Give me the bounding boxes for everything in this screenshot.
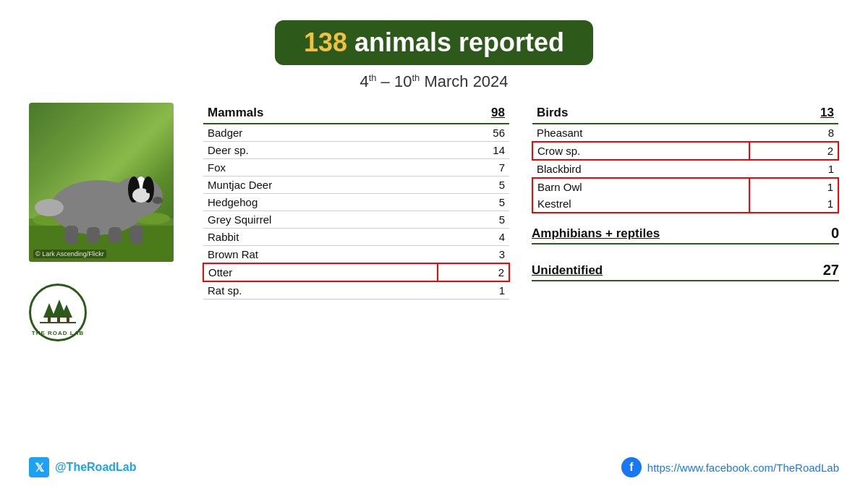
photo-credit: © Lark Ascending/Flickr [33, 250, 106, 258]
svg-rect-21 [48, 317, 51, 323]
mammal-name: Deer sp. [203, 142, 438, 159]
mammal-count: 14 [438, 142, 509, 159]
twitter-icon: 𝕏 [29, 457, 49, 477]
bird-name: Barn Owl [532, 178, 749, 195]
bird-count: 1 [749, 178, 838, 195]
mammal-name: Brown Rat [203, 246, 438, 264]
list-item: Grey Squirrel 5 [203, 211, 509, 229]
left-section: © Lark Ascending/Flickr [29, 103, 188, 341]
svg-point-17 [35, 199, 64, 216]
svg-rect-13 [65, 226, 78, 244]
list-item: Pheasant 8 [532, 124, 838, 142]
svg-point-11 [153, 197, 163, 204]
list-item: Brown Rat 3 [203, 246, 509, 264]
mammal-name: Otter [203, 263, 438, 281]
highlighted-mammal-row: Otter 2 [203, 263, 509, 281]
list-item: Muntjac Deer 5 [203, 177, 509, 194]
date-range: 4th – 10th March 2024 [359, 72, 508, 91]
mammal-count: 4 [438, 229, 509, 246]
mammal-count: 5 [438, 177, 509, 194]
unidentified-label: Unidentified [532, 263, 603, 278]
list-item: Badger 56 [203, 124, 509, 142]
svg-point-12 [146, 189, 150, 193]
animal-count: 138 [304, 27, 347, 57]
svg-rect-14 [87, 227, 100, 243]
bird-name: Blackbird [532, 160, 749, 178]
tables-section: Mammals 98 Badger 56 Deer sp. 14 [188, 103, 839, 341]
list-item: Hedgehog 5 [203, 194, 509, 211]
birds-label: Birds [532, 103, 749, 124]
mammal-name: Muntjac Deer [203, 177, 438, 194]
amphibians-section: Amphibians + reptiles 0 [532, 225, 839, 244]
bird-name: Pheasant [532, 124, 749, 142]
header-banner: 138 animals reported [275, 20, 593, 65]
list-item: Deer sp. 14 [203, 142, 509, 159]
svg-rect-16 [130, 226, 143, 244]
mammal-name: Rabbit [203, 229, 438, 246]
facebook-url: https://www.facebook.com/TheRoadLab [647, 462, 839, 474]
facebook-icon: f [621, 457, 642, 477]
bird-count: 1 [749, 160, 838, 178]
list-item: Blackbird 1 [532, 160, 838, 178]
unidentified-section: Unidentified 27 [532, 262, 839, 281]
mammals-total: 98 [438, 103, 509, 124]
mammal-count: 5 [438, 211, 509, 229]
amphibians-label-row: Amphibians + reptiles 0 [532, 225, 839, 244]
facebook-link[interactable]: f https://www.facebook.com/TheRoadLab [621, 457, 839, 477]
bird-count: 2 [749, 142, 838, 160]
mammal-name: Hedgehog [203, 194, 438, 211]
unidentified-total: 27 [823, 262, 839, 278]
unidentified-label-row: Unidentified 27 [532, 262, 839, 281]
list-item: Fox 7 [203, 159, 509, 177]
mammal-count: 1 [438, 281, 509, 299]
mammal-count: 3 [438, 246, 509, 264]
main-container: 138 animals reported 4th – 10th March 20… [0, 0, 868, 489]
mammal-count: 56 [438, 124, 509, 142]
bird-name: Crow sp. [532, 142, 749, 160]
header-title-rest: animals reported [347, 27, 564, 57]
twitter-handle-text: @TheRoadLab [55, 461, 137, 474]
bird-name: Kestrel [532, 195, 749, 213]
mammals-label: Mammals [203, 103, 438, 124]
list-item: Rabbit 4 [203, 229, 509, 246]
mammal-count: 5 [438, 194, 509, 211]
svg-rect-15 [109, 227, 122, 243]
header-title: 138 animals reported [304, 27, 564, 58]
highlighted-bird-row-top: Barn Owl 1 [532, 178, 838, 195]
bird-count: 1 [749, 195, 838, 213]
amphibians-total: 0 [831, 225, 839, 242]
mammals-header-row: Mammals 98 [203, 103, 509, 124]
mammals-table: Mammals 98 Badger 56 Deer sp. 14 [203, 103, 510, 341]
content-area: © Lark Ascending/Flickr [0, 103, 868, 341]
mammal-name: Rat sp. [203, 281, 438, 299]
animal-photo: © Lark Ascending/Flickr [29, 103, 174, 262]
bird-count: 8 [749, 124, 838, 142]
mammal-count: 7 [438, 159, 509, 177]
birds-header-row: Birds 13 [532, 103, 838, 124]
twitter-handle[interactable]: 𝕏 @TheRoadLab [29, 457, 137, 477]
svg-rect-22 [57, 317, 60, 323]
svg-rect-23 [67, 317, 69, 323]
logo-circle: THE ROAD LAB [29, 284, 87, 341]
social-bar: 𝕏 @TheRoadLab f https://www.facebook.com… [0, 457, 868, 477]
logo-area: THE ROAD LAB [29, 284, 87, 341]
highlighted-bird-row: Crow sp. 2 [532, 142, 838, 160]
right-tables: Birds 13 Pheasant 8 Crow sp. 2 [532, 103, 839, 341]
logo-text: THE ROAD LAB [32, 330, 84, 336]
list-item: Rat sp. 1 [203, 281, 509, 299]
mammal-name: Badger [203, 124, 438, 142]
highlighted-bird-row-bottom: Kestrel 1 [532, 195, 838, 213]
mammal-name: Fox [203, 159, 438, 177]
mammal-name: Grey Squirrel [203, 211, 438, 229]
mammal-count: 2 [438, 263, 509, 281]
amphibians-label: Amphibians + reptiles [532, 226, 660, 241]
birds-total: 13 [749, 103, 838, 124]
